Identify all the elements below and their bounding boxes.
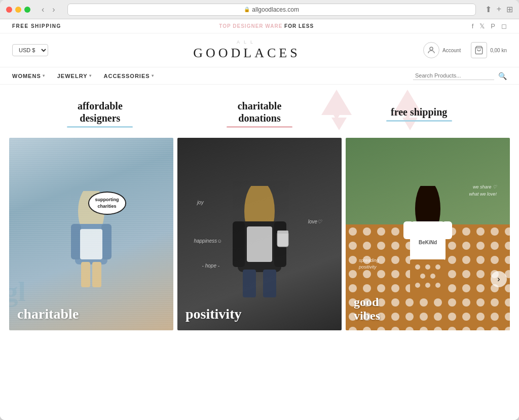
grid-icon[interactable]: ⊞ bbox=[506, 5, 513, 14]
card-good-vibes[interactable]: BeKiNd we share ♡what we love! bbox=[346, 138, 510, 330]
feature-underline-blue-2 bbox=[386, 120, 452, 122]
feature-strip: affordabledesigners charitabledonations … bbox=[0, 85, 519, 138]
tagline: TOP DESIGNER WARE FOR LESS bbox=[219, 23, 314, 29]
card-positivity-label: positivity bbox=[186, 306, 241, 322]
maximize-button[interactable] bbox=[24, 7, 30, 13]
nav-right: 🔍 bbox=[413, 71, 507, 80]
currency-selector[interactable]: USD $ bbox=[12, 44, 48, 56]
image-grid: supportingcharities gl charitable bbox=[0, 138, 519, 339]
svg-rect-21 bbox=[247, 226, 272, 262]
logo-main: GOODLACES bbox=[88, 46, 405, 61]
feature-affordable: affordabledesigners bbox=[67, 100, 133, 128]
website-content: FREE SHIPPING TOP DESIGNER WARE FOR LESS… bbox=[0, 19, 519, 420]
feature-underline-blue bbox=[67, 126, 133, 128]
address-bar[interactable]: 🔒 allgoodlaces.com bbox=[67, 4, 476, 16]
tagline-rest: FOR LESS bbox=[284, 23, 314, 29]
svg-point-40 bbox=[415, 283, 420, 288]
lock-icon: 🔒 bbox=[244, 7, 250, 12]
svg-rect-15 bbox=[92, 262, 101, 287]
card-positivity[interactable]: joy love♡ happiness☺ - hope - positivity bbox=[177, 138, 342, 330]
svg-rect-14 bbox=[81, 262, 90, 287]
chevron-down-icon: ▾ bbox=[89, 73, 92, 78]
person-silhouette-3: BeKiNd bbox=[397, 186, 458, 302]
svg-point-37 bbox=[435, 264, 440, 270]
twitter-icon[interactable]: 𝕏 bbox=[479, 22, 485, 30]
svg-rect-32 bbox=[442, 221, 452, 239]
social-icons: f 𝕏 P ◻ bbox=[472, 22, 507, 30]
svg-point-35 bbox=[415, 264, 420, 270]
cart-label: 0,00 kn bbox=[490, 48, 507, 53]
svg-text:BeKiNd: BeKiNd bbox=[419, 240, 437, 245]
svg-point-36 bbox=[425, 264, 430, 270]
feature-underline-pink bbox=[227, 126, 292, 128]
svg-rect-24 bbox=[243, 270, 256, 297]
feature-charitable: charitabledonations bbox=[227, 100, 292, 128]
browser-toolbar: ⬆ + ⊞ bbox=[485, 5, 513, 14]
nav-bar: WOMENS ▾ JEWELRY ▾ ACCESSORIES ▾ 🔍 bbox=[0, 67, 519, 85]
cart-area[interactable]: 0,00 kn bbox=[471, 42, 507, 58]
svg-rect-31 bbox=[403, 221, 414, 239]
svg-rect-11 bbox=[71, 224, 81, 259]
header-right: Account 0,00 kn bbox=[405, 42, 507, 58]
nav-accessories[interactable]: ACCESSORIES ▾ bbox=[104, 73, 154, 79]
label-love: love♡ bbox=[308, 219, 322, 224]
add-tab-icon[interactable]: + bbox=[497, 5, 501, 14]
svg-point-41 bbox=[425, 283, 430, 288]
pinterest-icon[interactable]: P bbox=[491, 22, 495, 30]
facebook-icon[interactable]: f bbox=[472, 22, 474, 30]
label-happiness: happiness☺ bbox=[194, 238, 222, 244]
site-header: USD $ ALL GOODLACES Account bbox=[0, 33, 519, 67]
account-icon bbox=[423, 42, 439, 58]
svg-marker-4 bbox=[331, 118, 347, 130]
nav-jewelry[interactable]: JEWELRY ▾ bbox=[57, 73, 92, 79]
label-joy: joy bbox=[197, 200, 204, 205]
browser-window: ‹ › 🔒 allgoodlaces.com ⬆ + ⊞ FREE SHIPPI… bbox=[0, 0, 519, 420]
feature-affordable-text: affordabledesigners bbox=[67, 100, 133, 124]
svg-rect-12 bbox=[101, 224, 112, 259]
nav-womens[interactable]: WOMENS ▾ bbox=[12, 73, 45, 79]
instagram-icon[interactable]: ◻ bbox=[501, 22, 507, 30]
svg-rect-25 bbox=[263, 270, 276, 297]
card-good-vibes-label: goodvibes bbox=[354, 295, 380, 322]
share-icon[interactable]: ⬆ bbox=[485, 5, 492, 14]
browser-nav-buttons: ‹ › bbox=[39, 4, 58, 15]
minimize-button[interactable] bbox=[15, 7, 21, 13]
tagline-highlight: TOP DESIGNER WARE bbox=[219, 23, 282, 29]
back-button[interactable]: ‹ bbox=[39, 4, 47, 15]
url-text: allgoodlaces.com bbox=[252, 6, 299, 13]
search-icon[interactable]: 🔍 bbox=[498, 72, 507, 80]
browser-titlebar: ‹ › 🔒 allgoodlaces.com ⬆ + ⊞ bbox=[0, 0, 519, 19]
top-bar: FREE SHIPPING TOP DESIGNER WARE FOR LESS… bbox=[0, 19, 519, 33]
next-arrow-button[interactable]: › bbox=[491, 271, 507, 287]
card-charitable[interactable]: supportingcharities gl charitable bbox=[9, 138, 173, 330]
svg-point-42 bbox=[435, 283, 440, 288]
logo-top: ALL bbox=[88, 40, 405, 45]
forward-button[interactable]: › bbox=[49, 4, 58, 15]
label-spreading: spreadingpositivity bbox=[359, 257, 379, 271]
speech-bubble: supportingcharities bbox=[88, 192, 126, 214]
svg-point-0 bbox=[430, 47, 433, 50]
search-input[interactable] bbox=[413, 71, 494, 80]
header-left: USD $ bbox=[12, 44, 88, 56]
feature-charitable-text: charitabledonations bbox=[227, 100, 292, 124]
label-hope: - hope - bbox=[202, 263, 219, 269]
image-section: positivity bbox=[0, 138, 519, 420]
chevron-down-icon: ▾ bbox=[152, 73, 154, 78]
person-silhouette-2 bbox=[227, 186, 292, 302]
account-label: Account bbox=[442, 48, 461, 53]
traffic-lights bbox=[6, 7, 30, 13]
feature-free-shipping-text: free shipping bbox=[386, 106, 452, 118]
free-shipping-label: FREE SHIPPING bbox=[12, 23, 61, 29]
close-button[interactable] bbox=[6, 7, 12, 13]
feature-free-shipping: free shipping bbox=[386, 106, 452, 122]
svg-point-39 bbox=[430, 274, 435, 279]
svg-rect-23 bbox=[277, 231, 288, 234]
logo[interactable]: ALL GOODLACES bbox=[88, 40, 405, 61]
chevron-down-icon: ▾ bbox=[43, 73, 45, 78]
card-charitable-label: charitable bbox=[17, 306, 79, 322]
cart-icon bbox=[471, 42, 487, 58]
svg-rect-19 bbox=[233, 221, 245, 267]
account-area[interactable]: Account bbox=[423, 42, 461, 58]
svg-rect-22 bbox=[277, 232, 288, 247]
triangle-deco-left bbox=[321, 90, 352, 130]
